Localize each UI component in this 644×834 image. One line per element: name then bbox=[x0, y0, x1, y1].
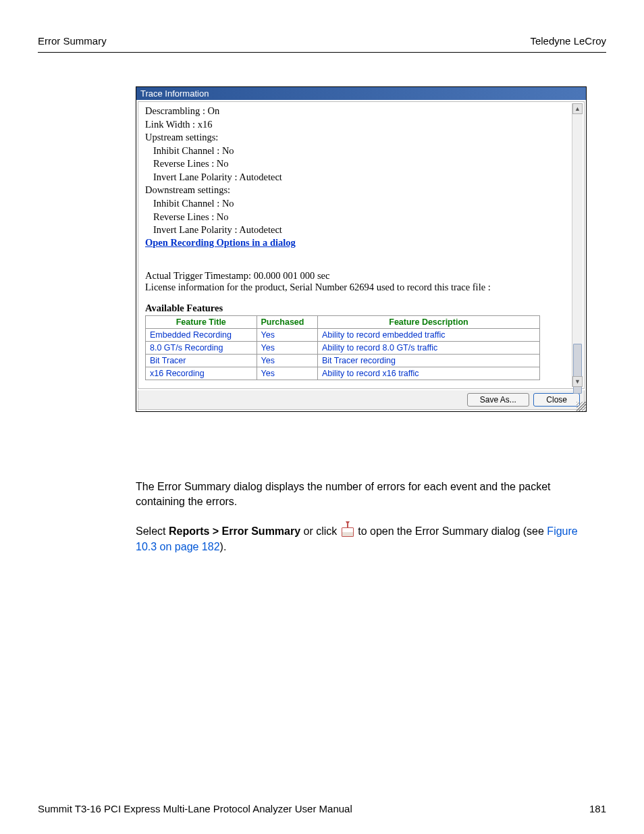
downstream-polarity: Invert Lane Polarity : Autodetect bbox=[145, 224, 577, 237]
menu-path: Reports > Error Summary bbox=[169, 525, 300, 537]
dialog-title: Trace Information bbox=[136, 87, 586, 100]
text: Select bbox=[136, 525, 169, 537]
col-feature-title: Feature Title bbox=[146, 315, 257, 328]
table-row: x16 Recording Yes Ability to record x16 … bbox=[146, 367, 540, 380]
col-feature-description: Feature Description bbox=[317, 315, 539, 328]
page-header: Error Summary Teledyne LeCroy bbox=[0, 0, 644, 52]
table-header-row: Feature Title Purchased Feature Descript… bbox=[146, 315, 540, 328]
trace-information-dialog: Trace Information Descrambling : On Link… bbox=[136, 86, 587, 412]
downstream-inhibit: Inhibit Channel : No bbox=[145, 197, 577, 211]
page-number: 181 bbox=[589, 803, 606, 814]
text: or click bbox=[300, 525, 340, 537]
trigger-timestamp: Actual Trigger Timestamp: 00.000 001 000… bbox=[145, 270, 577, 282]
error-summary-icon bbox=[342, 527, 354, 537]
link-width-line: Link Width : x16 bbox=[145, 118, 577, 132]
upstream-label: Upstream settings: bbox=[145, 131, 577, 145]
cell: Ability to record embedded traffic bbox=[317, 328, 539, 341]
downstream-label: Downstream settings: bbox=[145, 184, 577, 197]
scroll-down-icon[interactable]: ▼ bbox=[572, 376, 583, 387]
text: to open the Error Summary dialog (see bbox=[355, 525, 547, 537]
scrollbar[interactable]: ▲ ▼ bbox=[572, 103, 583, 387]
footer-left: Summit T3-16 PCI Express Multi-Lane Prot… bbox=[38, 803, 352, 814]
dialog-content: Descrambling : On Link Width : x16 Upstr… bbox=[138, 101, 585, 389]
cell: Ability to record 8.0 GT/s traffic bbox=[317, 341, 539, 354]
cell: Bit Tracer recording bbox=[317, 354, 539, 367]
cell: 8.0 GT/s Recording bbox=[146, 341, 257, 354]
col-purchased: Purchased bbox=[257, 315, 317, 328]
header-right: Teledyne LeCroy bbox=[530, 35, 606, 47]
resize-grip-icon[interactable] bbox=[576, 402, 586, 411]
paragraph-2: Select Reports > Error Summary or click … bbox=[136, 524, 583, 554]
cell: Yes bbox=[257, 354, 317, 367]
downstream-reverse: Reverse Lines : No bbox=[145, 211, 577, 224]
text: ). bbox=[220, 541, 227, 552]
descrambling-line: Descrambling : On bbox=[145, 105, 577, 118]
body-text: The Error Summary dialog displays the nu… bbox=[136, 479, 583, 555]
table-row: 8.0 GT/s Recording Yes Ability to record… bbox=[146, 341, 540, 354]
cell: Bit Tracer bbox=[146, 354, 257, 367]
upstream-reverse: Reverse Lines : No bbox=[145, 157, 577, 171]
upstream-polarity: Invert Lane Polarity : Autodetect bbox=[145, 171, 577, 184]
table-row: Bit Tracer Yes Bit Tracer recording bbox=[146, 354, 540, 367]
paragraph-1: The Error Summary dialog displays the nu… bbox=[136, 479, 583, 510]
features-table: Feature Title Purchased Feature Descript… bbox=[145, 315, 540, 380]
available-features-heading: Available Features bbox=[145, 303, 584, 314]
open-recording-options-link[interactable]: Open Recording Options in a dialog bbox=[145, 237, 296, 249]
cell: x16 Recording bbox=[146, 367, 257, 380]
cell: Ability to record x16 traffic bbox=[317, 367, 539, 380]
header-divider bbox=[38, 52, 606, 53]
close-button[interactable]: Close bbox=[533, 393, 580, 407]
license-info: License information for the product, Ser… bbox=[145, 282, 577, 293]
cell: Embedded Recording bbox=[146, 328, 257, 341]
table-row: Embedded Recording Yes Ability to record… bbox=[146, 328, 540, 341]
save-as-button[interactable]: Save As... bbox=[467, 393, 529, 407]
page-footer: Summit T3-16 PCI Express Multi-Lane Prot… bbox=[0, 569, 644, 814]
header-left: Error Summary bbox=[38, 35, 107, 47]
cell: Yes bbox=[257, 367, 317, 380]
upstream-inhibit: Inhibit Channel : No bbox=[145, 145, 577, 158]
cell: Yes bbox=[257, 328, 317, 341]
cell: Yes bbox=[257, 341, 317, 354]
scroll-up-icon[interactable]: ▲ bbox=[572, 103, 583, 114]
dialog-footer: Save As... Close bbox=[138, 390, 585, 410]
